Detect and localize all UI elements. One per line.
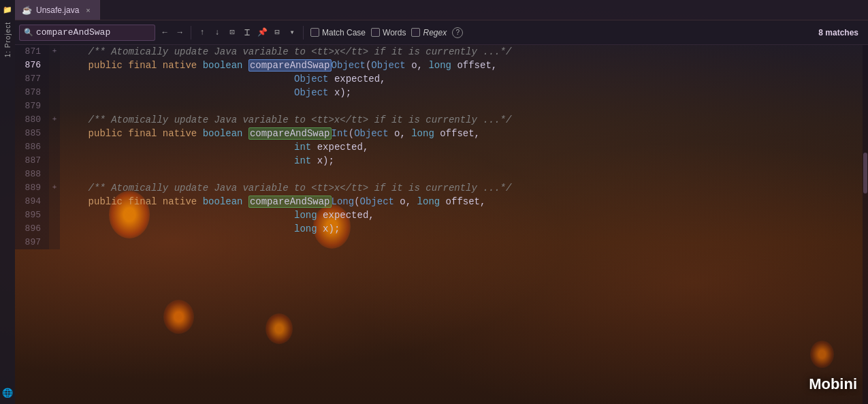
pin-button[interactable]: 📌: [255, 26, 269, 40]
match-case-label: Match Case: [322, 28, 366, 37]
filter-button[interactable]: ▾: [285, 26, 299, 40]
search-bar: 🔍 ← → ↑ ↓ ⊡ ⌶ 📌 ⊟ ▾ Match Case: [15, 20, 868, 45]
scrollbar-thumb[interactable]: [863, 153, 867, 193]
code-token: [65, 128, 89, 139]
line-content: long x);: [60, 222, 868, 236]
line-content: public final native boolean compareAndSw…: [60, 127, 868, 140]
line-number: 896: [15, 222, 49, 236]
fold-indicator: [49, 99, 60, 113]
table-row: 878 Object x);: [15, 86, 868, 99]
line-content: public final native boolean compareAndSw…: [60, 195, 868, 208]
code-token: offset,: [451, 60, 497, 71]
help-button[interactable]: ?: [452, 27, 463, 38]
search-match-current: compareAndSwap: [248, 59, 332, 72]
line-content: [60, 236, 868, 249]
match-case-checkbox[interactable]: [310, 28, 319, 37]
line-number: 877: [15, 72, 49, 86]
line-content: int expected,: [60, 140, 868, 154]
layout-button[interactable]: ⊟: [270, 26, 284, 40]
code-token: o,: [394, 196, 417, 207]
project-icon[interactable]: 📁: [2, 4, 13, 15]
code-token: [197, 128, 202, 139]
fold-indicator: [49, 236, 60, 249]
code-token: ...*/: [477, 183, 511, 193]
code-token: [65, 210, 294, 221]
table-row: 888: [15, 168, 868, 181]
prev-match-button[interactable]: ↑: [195, 26, 209, 40]
words-checkbox[interactable]: [371, 28, 380, 37]
line-number: 895: [15, 208, 49, 222]
code-token: ...*/: [477, 46, 511, 57]
line-number: 888: [15, 168, 49, 181]
fold-indicator[interactable]: +: [49, 45, 60, 59]
code-token: expected,: [311, 142, 368, 153]
line-content: [60, 99, 868, 113]
line-number: 886: [15, 140, 49, 154]
line-content: /** Atomically update Java variable to <…: [60, 181, 868, 195]
code-token: int: [294, 155, 311, 166]
line-content: Object x);: [60, 86, 868, 99]
code-token: [243, 60, 248, 71]
table-row: 897: [15, 236, 868, 249]
code-token: Object: [294, 87, 328, 98]
fold-indicator: [49, 208, 60, 222]
line-content: long expected,: [60, 208, 868, 222]
tab-filename: Unsafe.java: [36, 5, 79, 15]
line-number: 894: [15, 195, 49, 208]
side-icon-earth[interactable]: 🌐: [2, 388, 13, 399]
line-content: /** Atomically update Java variable to <…: [60, 45, 868, 59]
code-area: 871+ /** Atomically update Java variable…: [15, 45, 868, 404]
match-case-option[interactable]: Match Case: [310, 28, 366, 37]
side-panel: 📁 1: Project 🌐: [0, 0, 15, 404]
code-token: public: [89, 128, 123, 139]
code-token: long: [411, 128, 434, 139]
code-container[interactable]: 871+ /** Atomically update Java variable…: [15, 45, 868, 404]
code-token: [65, 196, 89, 207]
code-token: x);: [311, 155, 334, 166]
tab-unsafe-java[interactable]: ☕ Unsafe.java ×: [15, 0, 100, 20]
fold-indicator: [49, 59, 60, 72]
expand-button[interactable]: ⊡: [225, 26, 239, 40]
vertical-scrollbar[interactable]: [863, 45, 868, 404]
side-panel-label: 1: Project: [4, 22, 12, 57]
fold-indicator: [49, 154, 60, 168]
search-icon: 🔍: [24, 28, 33, 37]
code-token: native: [163, 60, 197, 71]
code-token: Long: [332, 196, 355, 207]
tab-close-button[interactable]: ×: [83, 5, 93, 15]
table-row: 889+ /** Atomically update Java variable…: [15, 181, 868, 195]
next-occurrence-button[interactable]: →: [173, 26, 187, 40]
regex-option[interactable]: Regex: [411, 28, 447, 37]
next-match-button[interactable]: ↓: [210, 26, 224, 40]
prev-occurrence-button[interactable]: ←: [158, 26, 172, 40]
code-token: o,: [406, 60, 429, 71]
code-token: [243, 128, 248, 139]
code-token: currently: [425, 46, 477, 57]
cursor-button[interactable]: ⌶: [240, 26, 254, 40]
line-content: int x);: [60, 154, 868, 168]
search-input[interactable]: [36, 27, 131, 37]
watermark: Mobini: [809, 375, 857, 393]
code-token: /** Atomically update Java variable to <…: [65, 183, 425, 193]
fold-indicator[interactable]: +: [49, 113, 60, 127]
table-row: 879: [15, 99, 868, 113]
line-number: 880: [15, 113, 49, 127]
line-content: public final native boolean compareAndSw…: [60, 59, 868, 72]
code-token: Int: [332, 128, 349, 139]
code-token: Object: [371, 60, 405, 71]
table-row: 895 long expected,: [15, 208, 868, 222]
code-token: ...*/: [477, 114, 511, 125]
words-option[interactable]: Words: [371, 28, 406, 37]
code-token: native: [163, 128, 197, 139]
code-token: Object: [354, 128, 388, 139]
fold-indicator[interactable]: +: [49, 181, 60, 195]
code-token: long: [417, 196, 440, 207]
regex-checkbox[interactable]: [411, 28, 420, 37]
code-token: final: [128, 60, 157, 71]
search-nav-buttons: ← →: [158, 26, 187, 40]
separator-1: [191, 26, 191, 40]
code-token: [65, 87, 294, 98]
code-token: long: [294, 210, 317, 221]
code-token: [65, 155, 294, 166]
code-token: native: [163, 196, 197, 207]
